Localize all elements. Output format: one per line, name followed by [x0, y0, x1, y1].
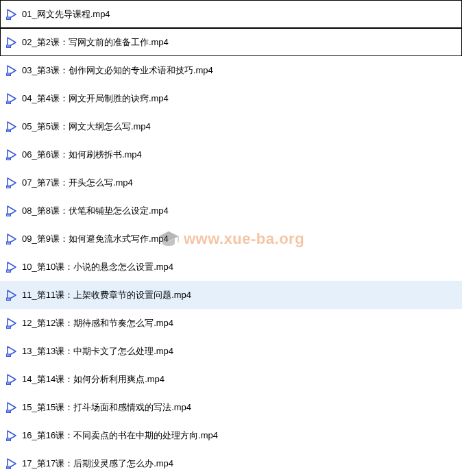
svg-rect-107 [8, 439, 9, 440]
svg-rect-101 [9, 411, 10, 412]
file-item[interactable]: 09_第9课：如何避免流水式写作.mp4 [0, 225, 462, 253]
svg-rect-113 [7, 467, 8, 468]
svg-rect-23 [8, 102, 9, 103]
video-file-icon [5, 429, 18, 442]
svg-rect-49 [6, 214, 11, 217]
svg-rect-77 [6, 326, 11, 329]
svg-rect-46 [7, 187, 8, 188]
file-item[interactable]: 16_第16课：不同卖点的书在中期的处理方向.mp4 [0, 421, 462, 449]
svg-rect-75 [8, 299, 9, 300]
svg-rect-62 [9, 243, 10, 244]
file-item[interactable]: 07_第7课：开头怎么写.mp4 [0, 168, 462, 197]
svg-rect-108 [9, 439, 10, 440]
svg-rect-117 [8, 468, 9, 468]
svg-rect-32 [7, 131, 8, 131]
svg-rect-17 [9, 74, 10, 75]
svg-rect-28 [6, 129, 11, 133]
file-item[interactable]: 01_网文先导课程.mp4 [0, 0, 462, 28]
svg-rect-95 [7, 384, 8, 384]
svg-rect-57 [7, 242, 8, 243]
svg-rect-66 [9, 271, 10, 271]
svg-rect-59 [9, 242, 10, 243]
svg-rect-10 [9, 45, 10, 46]
file-name: 04_第4课：网文开局制胜的诀窍.mp4 [22, 92, 169, 105]
file-item[interactable]: 13_第13课：中期卡文了怎么处理.mp4 [0, 337, 462, 365]
svg-rect-97 [9, 384, 10, 384]
svg-rect-6 [9, 18, 10, 19]
file-name: 17_第17课：后期没灵感了怎么办.mp4 [22, 458, 173, 470]
svg-rect-61 [8, 243, 9, 244]
video-file-icon [5, 373, 18, 386]
svg-rect-1 [7, 17, 8, 18]
svg-rect-52 [9, 214, 10, 215]
video-file-icon [5, 177, 18, 189]
svg-rect-84 [6, 354, 11, 358]
file-item[interactable]: 05_第5课：网文大纲怎么写.mp4 [0, 112, 462, 140]
video-file-icon [5, 289, 18, 301]
file-item[interactable]: 03_第3课：创作网文必知的专业术语和技巧.mp4 [0, 56, 462, 84]
file-item[interactable]: 12_第12课：期待感和节奏怎么写.mp4 [0, 309, 462, 337]
svg-rect-74 [7, 299, 8, 300]
video-file-icon [5, 64, 18, 77]
file-name: 12_第12课：期待感和节奏怎么写.mp4 [22, 317, 173, 329]
video-file-icon [5, 261, 18, 273]
svg-rect-29 [7, 130, 8, 131]
svg-rect-106 [7, 439, 8, 440]
file-item[interactable]: 06_第6课：如何刷榜拆书.mp4 [0, 140, 462, 168]
svg-rect-53 [7, 215, 8, 216]
svg-rect-2 [8, 17, 9, 18]
file-name: 10_第10课：小说的悬念怎么设置.mp4 [22, 261, 173, 273]
video-file-icon [5, 233, 18, 245]
svg-rect-99 [7, 411, 8, 412]
video-file-icon [5, 121, 18, 133]
svg-rect-54 [8, 215, 9, 216]
svg-rect-98 [6, 410, 11, 414]
svg-rect-8 [7, 45, 8, 46]
svg-rect-47 [8, 187, 9, 188]
file-item[interactable]: 02_第2课：写网文前的准备工作.mp4 [0, 28, 462, 56]
svg-rect-76 [9, 299, 10, 300]
svg-rect-24 [9, 102, 10, 103]
svg-rect-27 [9, 103, 10, 103]
svg-rect-63 [6, 270, 11, 273]
video-file-icon [5, 205, 18, 217]
svg-rect-67 [7, 271, 8, 272]
video-file-icon [5, 36, 18, 49]
svg-rect-82 [8, 327, 9, 328]
svg-rect-45 [9, 186, 10, 187]
file-name: 15_第15课：打斗场面和感情戏的写法.mp4 [22, 401, 191, 414]
file-item[interactable]: 04_第4课：网文开局制胜的诀窍.mp4 [0, 84, 462, 112]
svg-rect-91 [6, 382, 11, 386]
svg-rect-5 [8, 18, 9, 19]
svg-rect-87 [9, 355, 10, 355]
video-file-icon [5, 401, 18, 414]
file-item[interactable]: 14_第14课：如何分析利用爽点.mp4 [0, 365, 462, 393]
file-item[interactable]: 10_第10课：小说的悬念怎么设置.mp4 [0, 253, 462, 281]
svg-rect-31 [9, 130, 10, 131]
file-name: 11_第11课：上架收费章节的设置问题.mp4 [22, 289, 191, 301]
svg-rect-40 [8, 159, 9, 160]
svg-rect-94 [9, 383, 10, 384]
svg-rect-118 [9, 468, 10, 468]
svg-rect-56 [6, 242, 11, 245]
file-name: 16_第16课：不同卖点的书在中期的处理方向.mp4 [22, 429, 218, 442]
file-item[interactable]: 08_第8课：伏笔和铺垫怎么设定.mp4 [0, 197, 462, 225]
svg-rect-102 [7, 412, 8, 412]
svg-rect-60 [7, 243, 8, 244]
svg-rect-25 [7, 103, 8, 103]
svg-rect-69 [9, 271, 10, 272]
svg-rect-55 [9, 215, 10, 216]
svg-rect-68 [8, 271, 9, 272]
svg-rect-20 [9, 75, 10, 75]
svg-rect-41 [9, 159, 10, 160]
svg-rect-116 [7, 468, 8, 468]
file-item[interactable]: 11_第11课：上架收费章节的设置问题.mp4 [0, 281, 462, 309]
svg-rect-100 [8, 411, 9, 412]
file-name: 06_第6课：如何刷榜拆书.mp4 [22, 149, 142, 161]
svg-rect-13 [9, 47, 10, 47]
svg-rect-110 [8, 440, 9, 440]
file-item[interactable]: 15_第15课：打斗场面和感情戏的写法.mp4 [0, 393, 462, 421]
file-item[interactable]: 17_第17课：后期没灵感了怎么办.mp4 [0, 449, 462, 476]
svg-rect-35 [6, 158, 11, 161]
video-file-icon [5, 345, 18, 358]
